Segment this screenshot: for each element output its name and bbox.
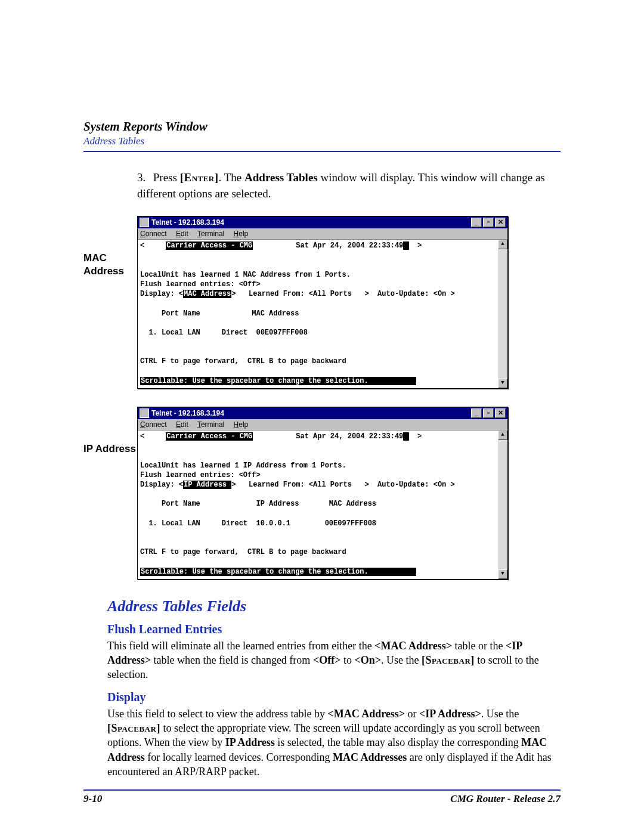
close-button[interactable]: ✕ [495, 408, 506, 418]
enter-key: [Enter] [180, 171, 219, 184]
footer-rule [83, 789, 561, 791]
scroll-up-icon[interactable]: ▲ [498, 240, 507, 249]
menu-edit[interactable]: Edit [176, 420, 188, 429]
scroll-up-icon[interactable]: ▲ [498, 431, 507, 440]
display-paragraph: Use this field to select to view the add… [107, 707, 561, 779]
step-text-1: Press [153, 171, 180, 184]
app-icon [140, 408, 149, 418]
section-heading: Address Tables Fields [107, 597, 561, 615]
page-header-subtitle: Address Tables [83, 135, 561, 147]
titlebar[interactable]: Telnet - 192.168.3.194 _ ▫ ✕ [138, 216, 507, 228]
side-label-mac: MAC Address [83, 216, 137, 389]
flush-paragraph: This field will eliminate all the learne… [107, 639, 561, 682]
titlebar[interactable]: Telnet - 192.168.3.194 _ ▫ ✕ [138, 407, 507, 419]
menu-terminal[interactable]: Terminal [197, 420, 224, 429]
flush-heading: Flush Learned Entries [107, 623, 561, 636]
close-button[interactable]: ✕ [495, 218, 506, 227]
scroll-down-icon[interactable]: ▼ [498, 569, 507, 579]
scrollbar[interactable]: ▲ ▼ [498, 240, 507, 388]
scrollbar[interactable]: ▲ ▼ [498, 431, 507, 579]
maximize-button[interactable]: ▫ [483, 218, 494, 227]
scroll-track[interactable] [498, 440, 507, 569]
minimize-button[interactable]: _ [471, 408, 482, 418]
page-number: 9-10 [83, 793, 102, 805]
menu-help[interactable]: Help [234, 230, 249, 238]
window-title: Telnet - 192.168.3.194 [151, 409, 471, 417]
step-3: 3. Press [Enter]. The Address Tables win… [137, 170, 561, 202]
menu-edit[interactable]: Edit [176, 230, 188, 238]
menu-help[interactable]: Help [234, 420, 249, 429]
maximize-button[interactable]: ▫ [483, 408, 494, 418]
scroll-down-icon[interactable]: ▼ [498, 379, 507, 388]
terminal-ip[interactable]: < Carrier Access - CMG Sat Apr 24, 2004 … [138, 431, 498, 579]
menu-connect[interactable]: Connect [140, 420, 167, 429]
telnet-window-mac: Telnet - 192.168.3.194 _ ▫ ✕ CConnectonn… [137, 216, 508, 389]
step-text-2: . The [219, 171, 244, 184]
header-rule [83, 151, 561, 152]
menubar: Connect Edit Terminal Help [138, 419, 507, 431]
menu-terminal[interactable]: Terminal [197, 230, 224, 238]
app-icon [140, 218, 149, 227]
display-heading: Display [107, 690, 561, 704]
window-title: Telnet - 192.168.3.194 [151, 218, 471, 227]
telnet-window-ip: Telnet - 192.168.3.194 _ ▫ ✕ Connect Edi… [137, 407, 508, 580]
menubar: CConnectonnect Edit Terminal Help [138, 228, 507, 240]
footer-product: CMG Router - Release 2.7 [450, 793, 561, 805]
scroll-track[interactable] [498, 249, 507, 379]
side-label-ip: IP Address [83, 407, 137, 580]
minimize-button[interactable]: _ [471, 218, 482, 227]
page-header-title: System Reports Window [83, 119, 561, 134]
menu-connect[interactable]: CConnectonnect [140, 230, 167, 238]
step-bold-1: Address Tables [244, 171, 318, 184]
step-number: 3. [137, 170, 150, 186]
terminal-mac[interactable]: < Carrier Access - CMG Sat Apr 24, 2004 … [138, 240, 498, 388]
